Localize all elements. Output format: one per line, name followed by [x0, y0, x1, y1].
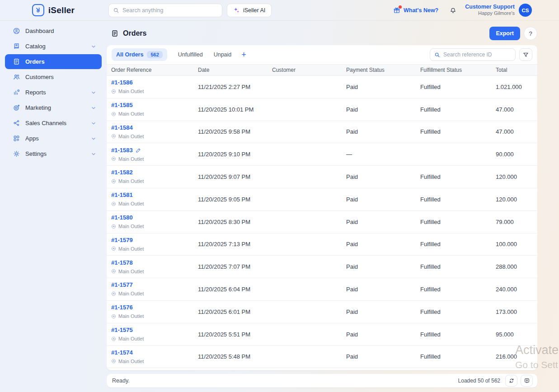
order-total: 120.000 — [496, 196, 537, 203]
status-text: Ready. — [112, 378, 130, 384]
table-row[interactable]: #1-1582 Main Outlet 11/20/2025 9:07 PM P… — [107, 166, 537, 188]
reference-search-input[interactable] — [443, 51, 513, 58]
order-reference-link[interactable]: #1-1581 — [111, 191, 133, 199]
outlet-label: Main Outlet — [118, 223, 144, 229]
column-header[interactable]: Fulfillment Status — [420, 67, 496, 73]
table-row[interactable]: #1-1586 Main Outlet 11/21/2025 2:27 PM P… — [107, 76, 537, 98]
sidebar-item-settings[interactable]: Settings — [5, 146, 102, 161]
outlet-icon — [111, 336, 116, 341]
sidebar-item-customers[interactable]: Customers — [5, 70, 102, 84]
whats-new-button[interactable]: What's New? — [393, 7, 438, 14]
sidebar-item-dashboard[interactable]: Dashboard — [5, 23, 102, 38]
table-row[interactable]: #1-1576 Main Outlet 11/20/2025 6:01 PM P… — [107, 301, 537, 323]
payment-status: Paid — [346, 106, 420, 113]
orders-page-icon — [111, 29, 119, 37]
avatar[interactable]: CS — [519, 4, 532, 17]
fulfillment-status: Fulfilled — [420, 173, 496, 180]
iseller-ai-button[interactable]: iSeller AI — [227, 4, 272, 17]
table-row[interactable]: #1-1578 Main Outlet 11/20/2025 7:07 PM P… — [107, 256, 537, 278]
payment-status: Paid — [346, 196, 420, 203]
order-reference-link[interactable]: #1-1574 — [111, 349, 133, 357]
fulfillment-status: Fulfilled — [420, 263, 496, 270]
global-search[interactable] — [108, 4, 222, 17]
help-button[interactable]: ? — [524, 27, 537, 40]
fulfillment-status: Fulfilled — [420, 128, 496, 135]
marketing-icon — [13, 104, 20, 112]
order-reference-link[interactable]: #1-1584 — [111, 124, 133, 132]
sidebar-item-sales-channels[interactable]: Sales Channels — [5, 116, 102, 131]
table-row[interactable]: #1-1583 Main Outlet 11/20/2025 9:10 PM — — [107, 143, 537, 166]
order-date: 11/20/2025 7:07 PM — [198, 263, 272, 270]
outlet-label: Main Outlet — [118, 313, 144, 319]
reports-icon — [13, 89, 20, 96]
table-row[interactable]: #1-1574 Main Outlet 11/20/2025 5:48 PM P… — [107, 346, 537, 369]
tab-unfulfilled[interactable]: Unfulfilled — [178, 51, 203, 58]
outlet-label: Main Outlet — [118, 88, 144, 94]
add-tab-button[interactable]: + — [241, 51, 246, 59]
brand-name: iSeller — [48, 5, 75, 15]
outlet-label: Main Outlet — [118, 358, 144, 364]
refresh-button[interactable] — [505, 375, 517, 387]
table-row[interactable]: #1-1575 Main Outlet 11/20/2025 5:51 PM P… — [107, 323, 537, 346]
edit-order-icon[interactable] — [136, 148, 141, 153]
loaded-count: Loaded 50 of 562 — [458, 378, 500, 384]
log-button[interactable] — [521, 375, 533, 387]
settings-icon — [13, 150, 20, 158]
order-reference-link[interactable]: #1-1576 — [111, 304, 133, 312]
sidebar-item-reports[interactable]: Reports — [5, 85, 102, 100]
order-reference-link[interactable]: #1-1583 — [111, 147, 133, 154]
table-row[interactable]: #1-1585 Main Outlet 11/20/2025 10:01 PM … — [107, 98, 537, 121]
table-row[interactable]: #1-1577 Main Outlet 11/20/2025 6:04 PM P… — [107, 278, 537, 301]
column-header[interactable]: Order Reference — [111, 67, 198, 73]
order-reference-link[interactable]: #1-1579 — [111, 237, 133, 244]
chevron-down-icon — [91, 151, 96, 157]
sidebar-item-apps[interactable]: Apps — [5, 131, 102, 146]
column-header[interactable]: Date — [198, 67, 272, 73]
order-reference-link[interactable]: #1-1585 — [111, 102, 133, 109]
sidebar-item-label: Customers — [25, 74, 96, 80]
column-header[interactable]: Payment Status — [346, 67, 420, 73]
export-button[interactable]: Export — [489, 27, 520, 40]
ai-button-label: iSeller AI — [243, 7, 265, 14]
brand-logo[interactable]: iSeller — [0, 4, 107, 16]
bell-icon[interactable] — [449, 6, 457, 14]
table-row[interactable]: #1-1584 Main Outlet 11/20/2025 9:58 PM P… — [107, 121, 537, 144]
sidebar-item-catalog[interactable]: Catalog — [5, 39, 102, 54]
order-reference-link[interactable]: #1-1578 — [111, 259, 133, 267]
order-reference-link[interactable]: #1-1575 — [111, 327, 133, 334]
chevron-down-icon — [91, 90, 96, 95]
filter-button[interactable] — [519, 48, 532, 61]
page-title: Orders — [123, 29, 146, 37]
chevron-down-icon — [91, 44, 96, 49]
sidebar-item-label: Settings — [25, 150, 86, 157]
orders-icon — [13, 58, 20, 65]
column-header[interactable]: Customer — [272, 67, 346, 73]
outlet-label: Main Outlet — [118, 156, 144, 162]
fulfillment-status: Fulfilled — [420, 84, 496, 90]
outlet-label: Main Outlet — [118, 336, 144, 342]
tab-all-orders[interactable]: All Orders 562 — [112, 48, 167, 61]
table-row[interactable]: #1-1580 Main Outlet 11/20/2025 8:30 PM P… — [107, 211, 537, 233]
filter-funnel-icon — [522, 51, 529, 58]
order-reference-link[interactable]: #1-1582 — [111, 169, 133, 177]
sidebar-item-marketing[interactable]: Marketing — [5, 100, 102, 115]
outlet-icon — [111, 269, 116, 274]
order-reference-link[interactable]: #1-1586 — [111, 79, 133, 87]
order-total: 100.000 — [496, 241, 537, 247]
question-icon: ? — [529, 30, 532, 37]
orders-table-body: #1-1586 Main Outlet 11/21/2025 2:27 PM P… — [107, 76, 537, 368]
order-reference-link[interactable]: #1-1580 — [111, 214, 133, 222]
order-reference-link[interactable]: #1-1577 — [111, 281, 133, 289]
orders-table-card: All Orders 562 Unfulfilled Unpaid + — [107, 45, 537, 370]
fulfillment-status: Fulfilled — [420, 106, 496, 113]
reference-search[interactable] — [430, 48, 516, 61]
global-search-input[interactable] — [122, 7, 218, 14]
sidebar-item-orders[interactable]: Orders — [5, 54, 102, 69]
column-header[interactable]: Total — [496, 67, 537, 73]
table-row[interactable]: #1-1579 Main Outlet 11/20/2025 7:13 PM P… — [107, 233, 537, 256]
outlet-label: Main Outlet — [118, 178, 144, 184]
tab-unpaid[interactable]: Unpaid — [214, 51, 232, 58]
table-row[interactable]: #1-1581 Main Outlet 11/20/2025 9:05 PM P… — [107, 188, 537, 211]
fulfillment-status: Fulfilled — [420, 353, 496, 360]
account-menu[interactable]: Customer Support Happy Gilmore's CS — [465, 4, 532, 17]
